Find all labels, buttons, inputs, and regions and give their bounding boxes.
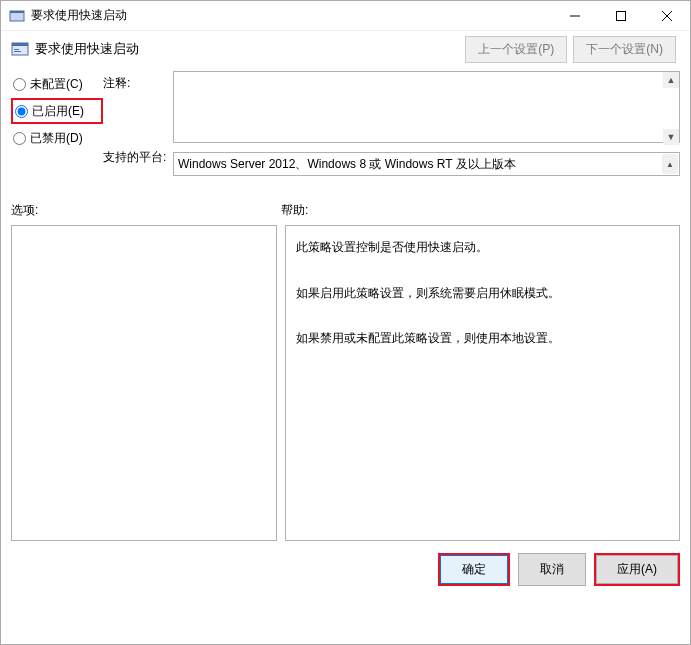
radio-disabled[interactable]: 已禁用(D)	[11, 125, 103, 151]
ok-button[interactable]: 确定	[440, 555, 508, 584]
previous-setting-button[interactable]: 上一个设置(P)	[465, 36, 567, 63]
help-panel: 此策略设置控制是否使用快速启动。 如果启用此策略设置，则系统需要启用休眠模式。 …	[285, 225, 680, 541]
radio-disabled-input[interactable]	[13, 132, 26, 145]
svg-rect-9	[14, 51, 21, 52]
radio-enabled[interactable]: 已启用(E)	[11, 98, 103, 124]
supported-platform-value: Windows Server 2012、Windows 8 或 Windows …	[178, 156, 516, 173]
policy-icon	[11, 40, 29, 58]
platform-label: 支持的平台:	[103, 149, 173, 166]
help-text: 此策略设置控制是否使用快速启动。	[296, 236, 669, 259]
app-icon	[9, 8, 25, 24]
svg-rect-1	[10, 11, 24, 13]
maximize-button[interactable]	[598, 1, 644, 31]
scroll-up-icon[interactable]: ▲	[663, 72, 679, 88]
svg-rect-8	[14, 49, 19, 50]
close-button[interactable]	[644, 1, 690, 31]
minimize-button[interactable]	[552, 1, 598, 31]
help-text: 如果禁用或未配置此策略设置，则使用本地设置。	[296, 327, 669, 350]
subheader-title: 要求使用快速启动	[35, 40, 465, 58]
cancel-button[interactable]: 取消	[518, 553, 586, 586]
ok-highlight: 确定	[438, 553, 510, 586]
help-text: 如果启用此策略设置，则系统需要启用休眠模式。	[296, 282, 669, 305]
apply-highlight: 应用(A)	[594, 553, 680, 586]
apply-button[interactable]: 应用(A)	[596, 555, 678, 584]
help-label: 帮助:	[281, 202, 680, 219]
next-setting-button[interactable]: 下一个设置(N)	[573, 36, 676, 63]
options-label: 选项:	[11, 202, 281, 219]
radio-enabled-label: 已启用(E)	[32, 103, 84, 120]
window-title: 要求使用快速启动	[31, 7, 552, 24]
scroll-down-icon[interactable]: ▼	[663, 129, 679, 145]
radio-not-configured[interactable]: 未配置(C)	[11, 71, 103, 97]
scroll-up-icon[interactable]: ▲	[662, 154, 678, 174]
comment-input[interactable]	[173, 71, 680, 143]
comment-label: 注释:	[103, 75, 173, 145]
radio-not-configured-input[interactable]	[13, 78, 26, 91]
supported-platform-field: Windows Server 2012、Windows 8 或 Windows …	[173, 152, 680, 176]
radio-not-configured-label: 未配置(C)	[30, 76, 83, 93]
radio-disabled-label: 已禁用(D)	[30, 130, 83, 147]
svg-rect-3	[617, 11, 626, 20]
options-panel	[11, 225, 277, 541]
svg-rect-7	[12, 43, 28, 46]
radio-enabled-input[interactable]	[15, 105, 28, 118]
